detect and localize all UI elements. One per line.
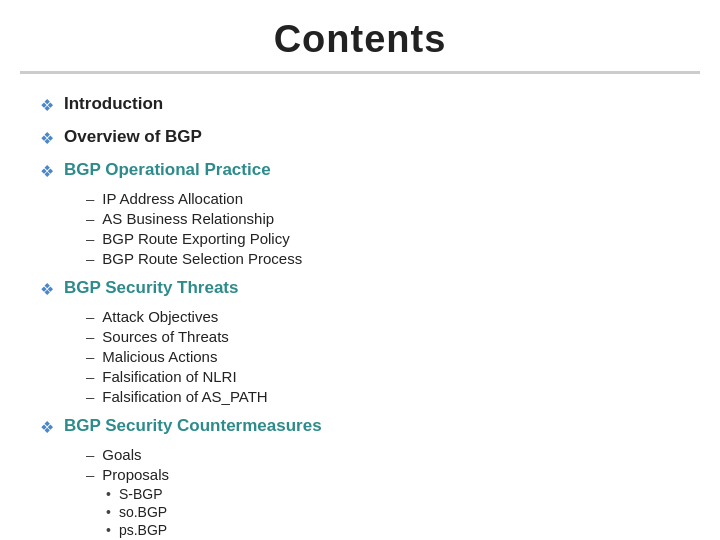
sub-text-malicious: Malicious Actions [102,348,217,365]
dash-icon: – [86,388,94,405]
sub-text-selection: BGP Route Selection Process [102,250,302,267]
sub-text-attack-obj: Attack Objectives [102,308,218,325]
sub-item-nlri: – Falsification of NLRI [86,368,680,385]
bullet-dot-icon: • [106,486,111,502]
diamond-icon: ❖ [40,96,54,115]
bullet-introduction: ❖ Introduction [40,94,680,115]
sub-text-ip: IP Address Allocation [102,190,243,207]
proposals-sub-items: • S-BGP • so.BGP • ps.BGP [106,485,680,539]
sub-sub-item-psbgp: • ps.BGP [106,522,680,538]
sub-sub-item-sobgp: • so.BGP [106,504,680,520]
dash-icon: – [86,328,94,345]
sub-sub-text-sbgp: S-BGP [119,486,163,502]
sub-item-attack-obj: – Attack Objectives [86,308,680,325]
dash-icon: – [86,210,94,227]
threats-sub-items: – Attack Objectives – Sources of Threats… [86,307,680,406]
sub-text-sources: Sources of Threats [102,328,228,345]
bullet-dot-icon: • [106,522,111,538]
sub-text-proposals: Proposals [102,466,169,483]
content-area: ❖ Introduction ❖ Overview of BGP ❖ BGP O… [0,74,720,540]
sub-item-sources: – Sources of Threats [86,328,680,345]
bullet-dot-icon: • [106,504,111,520]
sub-item-proposals: – Proposals [86,466,680,483]
sub-text-aspath: Falsification of AS_PATH [102,388,267,405]
sub-item-ip: – IP Address Allocation [86,190,680,207]
sub-text-as: AS Business Relationship [102,210,274,227]
diamond-icon: ❖ [40,418,54,437]
bullet-overview-bgp: ❖ Overview of BGP [40,127,680,148]
dash-icon: – [86,190,94,207]
bullet-bgp-countermeasures: ❖ BGP Security Countermeasures [40,416,680,437]
dash-icon: – [86,230,94,247]
countermeasures-sub-items: – Goals – Proposals • S-BGP • so.BGP • p… [86,445,680,539]
sub-item-malicious: – Malicious Actions [86,348,680,365]
operational-sub-items: – IP Address Allocation – AS Business Re… [86,189,680,268]
sub-item-selection: – BGP Route Selection Process [86,250,680,267]
diamond-icon: ❖ [40,162,54,181]
bullet-text-bgp-operational: BGP Operational Practice [64,160,271,180]
sub-sub-text-sobgp: so.BGP [119,504,167,520]
dash-icon: – [86,368,94,385]
diamond-icon: ❖ [40,129,54,148]
dash-icon: – [86,250,94,267]
sub-item-as: – AS Business Relationship [86,210,680,227]
sub-item-aspath: – Falsification of AS_PATH [86,388,680,405]
sub-text-goals: Goals [102,446,141,463]
bullet-text-bgp-countermeasures: BGP Security Countermeasures [64,416,322,436]
sub-sub-item-sbgp: • S-BGP [106,486,680,502]
dash-icon: – [86,446,94,463]
bullet-text-bgp-threats: BGP Security Threats [64,278,238,298]
bullet-text-overview: Overview of BGP [64,127,202,147]
sub-text-nlri: Falsification of NLRI [102,368,236,385]
sub-text-export: BGP Route Exporting Policy [102,230,289,247]
bullet-text-introduction: Introduction [64,94,163,114]
dash-icon: – [86,308,94,325]
sub-item-goals: – Goals [86,446,680,463]
diamond-icon: ❖ [40,280,54,299]
dash-icon: – [86,348,94,365]
title-area: Contents [20,0,700,73]
slide: Contents ❖ Introduction ❖ Overview of BG… [0,0,720,540]
bullet-bgp-operational: ❖ BGP Operational Practice [40,160,680,181]
dash-icon: – [86,466,94,483]
sub-sub-text-psbgp: ps.BGP [119,522,167,538]
sub-item-export: – BGP Route Exporting Policy [86,230,680,247]
bullet-bgp-threats: ❖ BGP Security Threats [40,278,680,299]
slide-title: Contents [274,18,447,60]
